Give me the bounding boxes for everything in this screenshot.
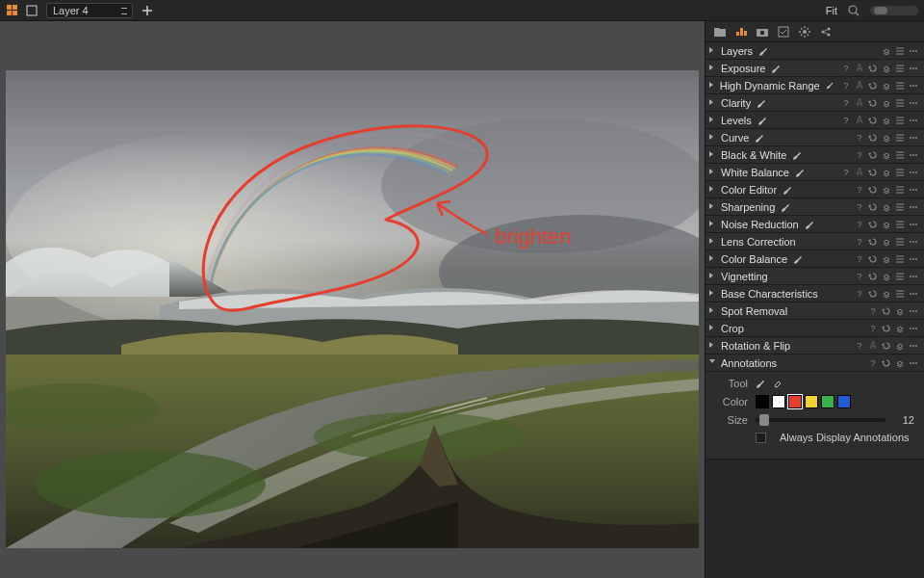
panel-header-exposure[interactable]: Exposure?A xyxy=(706,60,924,77)
help-icon[interactable]: ? xyxy=(855,289,864,299)
help-icon[interactable]: ? xyxy=(841,64,851,73)
copy-icon[interactable] xyxy=(882,272,891,281)
browser-grid-icon[interactable] xyxy=(6,5,17,16)
copy-icon[interactable] xyxy=(895,358,905,368)
help-icon[interactable]: ? xyxy=(868,358,878,368)
add-layer-icon[interactable] xyxy=(141,4,154,17)
panel-header-base-characteristics[interactable]: Base Characteristics? xyxy=(706,285,924,302)
menu-icon[interactable] xyxy=(895,237,905,247)
undo-icon[interactable] xyxy=(868,150,878,160)
auto-icon[interactable]: A xyxy=(855,81,864,91)
menu-icon[interactable] xyxy=(895,64,905,73)
panel-header-layers[interactable]: Layers xyxy=(706,42,924,60)
help-icon[interactable]: ? xyxy=(841,168,851,177)
copy-icon[interactable] xyxy=(882,237,891,247)
undo-icon[interactable] xyxy=(882,341,891,351)
more-icon[interactable] xyxy=(909,202,918,212)
adjust-tab-icon[interactable] xyxy=(734,25,748,39)
crop-toggle-icon[interactable] xyxy=(25,4,38,17)
copy-icon[interactable] xyxy=(882,133,891,143)
menu-icon[interactable] xyxy=(895,98,905,108)
more-icon[interactable] xyxy=(909,133,918,143)
menu-icon[interactable] xyxy=(895,116,905,125)
undo-icon[interactable] xyxy=(868,254,878,264)
copy-icon[interactable] xyxy=(882,46,891,56)
color-swatch[interactable] xyxy=(756,395,769,408)
more-icon[interactable] xyxy=(909,306,918,316)
undo-icon[interactable] xyxy=(868,185,878,195)
copy-icon[interactable] xyxy=(895,341,905,351)
undo-icon[interactable] xyxy=(882,306,891,316)
help-icon[interactable]: ? xyxy=(841,116,851,125)
color-swatch[interactable] xyxy=(772,395,785,408)
auto-icon[interactable]: A xyxy=(855,64,864,73)
always-display-checkbox[interactable] xyxy=(756,433,766,443)
undo-icon[interactable] xyxy=(868,64,878,73)
preset-tab-icon[interactable] xyxy=(777,25,790,39)
panel-header-color-editor[interactable]: Color Editor? xyxy=(706,181,924,198)
undo-icon[interactable] xyxy=(868,116,878,125)
local-adjust-brush-icon[interactable] xyxy=(755,133,764,143)
local-adjust-brush-icon[interactable] xyxy=(805,220,814,229)
help-icon[interactable]: ? xyxy=(855,272,864,281)
panel-header-lens-correction[interactable]: Lens Correction? xyxy=(706,233,924,250)
undo-icon[interactable] xyxy=(868,202,878,212)
help-icon[interactable]: ? xyxy=(841,98,851,108)
more-icon[interactable] xyxy=(909,220,918,229)
more-icon[interactable] xyxy=(909,116,918,125)
more-icon[interactable] xyxy=(909,254,918,264)
copy-icon[interactable] xyxy=(882,185,891,195)
undo-icon[interactable] xyxy=(868,220,878,229)
panel-header-color-balance[interactable]: Color Balance? xyxy=(706,250,924,268)
panel-header-vignetting[interactable]: Vignetting? xyxy=(706,268,924,285)
copy-icon[interactable] xyxy=(882,202,891,212)
copy-icon[interactable] xyxy=(882,81,891,91)
layer-select[interactable]: Layer 4 xyxy=(46,3,133,18)
copy-icon[interactable] xyxy=(882,64,891,73)
more-icon[interactable] xyxy=(909,324,918,333)
auto-icon[interactable]: A xyxy=(855,98,864,108)
panel-header-clarity[interactable]: Clarity?A xyxy=(706,94,924,112)
undo-icon[interactable] xyxy=(868,98,878,108)
local-adjust-brush-icon[interactable] xyxy=(793,254,803,264)
panel-header-noise-reduction[interactable]: Noise Reduction? xyxy=(706,216,924,233)
help-icon[interactable]: ? xyxy=(841,81,851,91)
panel-header-spot-removal[interactable]: Spot Removal? xyxy=(706,302,924,320)
more-icon[interactable] xyxy=(909,64,918,73)
undo-icon[interactable] xyxy=(882,324,891,333)
panel-header-high-dynamic-range[interactable]: High Dynamic Range?A xyxy=(706,77,924,94)
copy-icon[interactable] xyxy=(882,289,891,299)
copy-icon[interactable] xyxy=(882,116,891,125)
panel-header-curve[interactable]: Curve? xyxy=(706,129,924,146)
menu-icon[interactable] xyxy=(895,185,905,195)
pen-tool-icon[interactable] xyxy=(756,379,765,388)
auto-icon[interactable]: A xyxy=(855,168,864,177)
size-slider[interactable] xyxy=(756,418,886,422)
color-swatch[interactable] xyxy=(805,395,818,408)
undo-icon[interactable] xyxy=(868,272,878,281)
more-icon[interactable] xyxy=(909,358,918,368)
undo-icon[interactable] xyxy=(868,289,878,299)
menu-icon[interactable] xyxy=(895,220,905,229)
capture-tab-icon[interactable] xyxy=(756,25,769,39)
library-tab-icon[interactable] xyxy=(713,25,727,39)
settings-tab-icon[interactable] xyxy=(798,25,811,39)
menu-icon[interactable] xyxy=(895,289,905,299)
zoom-fit-label[interactable]: Fit xyxy=(826,5,837,16)
help-icon[interactable]: ? xyxy=(855,133,864,143)
help-icon[interactable]: ? xyxy=(855,185,864,195)
local-adjust-brush-icon[interactable] xyxy=(792,150,802,160)
copy-icon[interactable] xyxy=(895,306,905,316)
copy-icon[interactable] xyxy=(882,168,891,177)
zoom-slider[interactable] xyxy=(870,6,918,15)
panel-header-sharpening[interactable]: Sharpening? xyxy=(706,198,924,216)
more-icon[interactable] xyxy=(909,98,918,108)
panel-header-crop[interactable]: Crop? xyxy=(706,320,924,337)
local-adjust-brush-icon[interactable] xyxy=(758,46,768,56)
help-icon[interactable]: ? xyxy=(855,220,864,229)
panel-header-black-white[interactable]: Black & White? xyxy=(706,146,924,164)
menu-icon[interactable] xyxy=(895,254,905,264)
copy-icon[interactable] xyxy=(882,150,891,160)
local-adjust-brush-icon[interactable] xyxy=(757,116,767,125)
panel-header-annotations[interactable]: Annotations? xyxy=(706,355,924,372)
